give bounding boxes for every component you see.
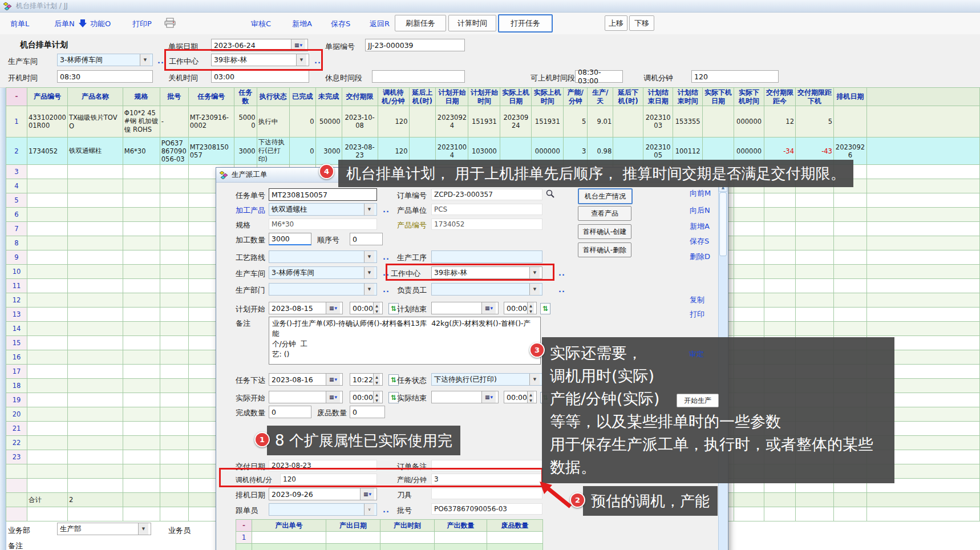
column-header[interactable]: 批号 [160, 88, 188, 106]
prev-doc-link[interactable]: 前单L [10, 19, 29, 29]
grid-cell[interactable] [67, 179, 123, 193]
grid-cell[interactable] [866, 222, 979, 236]
grid-cell[interactable] [734, 322, 764, 336]
grid-cell[interactable] [160, 407, 188, 422]
done-qty-input[interactable]: 0 [269, 406, 311, 418]
calc-time-button[interactable]: 计算时间 [448, 15, 496, 31]
grid-cell[interactable]: 50000 [315, 106, 342, 138]
save-link[interactable]: 保存S [331, 19, 350, 29]
grid-cell[interactable] [123, 265, 160, 279]
column-header[interactable] [866, 88, 979, 106]
grid-cell[interactable] [160, 379, 188, 393]
grid-cell[interactable] [764, 322, 796, 336]
grid-cell[interactable] [796, 193, 834, 208]
grid-cell[interactable] [67, 308, 123, 322]
actual-start-date[interactable]: ▦▾ [269, 391, 343, 403]
grid-cell[interactable]: 5 [796, 106, 834, 138]
grid-cell[interactable] [67, 293, 123, 308]
chevron-down-icon[interactable]: ▼ [138, 523, 148, 535]
grid-cell[interactable] [123, 179, 160, 193]
grid-cell[interactable] [866, 279, 979, 293]
grid-cell[interactable] [734, 250, 764, 265]
output-column-header[interactable]: 废品数量 [487, 520, 543, 532]
output-column-header[interactable]: - [236, 520, 252, 532]
grid-cell[interactable] [67, 422, 123, 436]
follower-lookup-dots[interactable]: .. [383, 505, 390, 514]
grid-cell[interactable] [833, 208, 866, 222]
grid-cell[interactable] [67, 379, 123, 393]
grid-cell[interactable] [27, 193, 67, 208]
grid-cell[interactable]: 1 [6, 106, 27, 138]
grid-cell[interactable] [833, 236, 866, 250]
move-down-button[interactable]: 下移 [629, 15, 654, 31]
grid-cell[interactable] [123, 464, 160, 479]
output-cell[interactable]: 1 [236, 532, 252, 544]
grid-cell[interactable] [796, 308, 834, 322]
grid-cell[interactable] [27, 236, 67, 250]
printer-icon[interactable] [164, 18, 176, 28]
plan-end-date[interactable]: ▦▾ [431, 302, 499, 314]
grid-cell[interactable] [734, 507, 764, 521]
grid-cell[interactable] [27, 450, 67, 464]
output-column-header[interactable]: 产出日期 [326, 520, 380, 532]
audit-confirm-link[interactable]: 审定 [689, 349, 704, 359]
grid-cell[interactable] [866, 250, 979, 265]
grid-cell[interactable] [27, 279, 67, 293]
grid-cell[interactable] [123, 422, 160, 436]
grid-cell[interactable]: 7 [6, 222, 27, 236]
grid-cell[interactable]: 20230924 [436, 106, 468, 138]
grid-cell[interactable]: 14 [6, 322, 27, 336]
task-status-select[interactable]: 下达待执行(已打印) ▼ [431, 373, 542, 386]
refresh-task-button[interactable]: 刷新任务 [395, 15, 446, 31]
machine-status-button[interactable]: 机台生产情况 [578, 188, 633, 204]
grid-cell[interactable] [796, 208, 834, 222]
grid-cell[interactable] [833, 222, 866, 236]
grid-cell[interactable] [833, 106, 866, 138]
start-production-button[interactable]: 开始生产 [677, 394, 719, 407]
column-header[interactable]: 计划开始日期 [436, 88, 468, 106]
grid-cell[interactable] [67, 279, 123, 293]
grid-cell[interactable] [6, 493, 27, 507]
route-lookup-dots[interactable]: .. [383, 253, 390, 261]
grid-cell[interactable] [833, 250, 866, 265]
grid-cell[interactable]: 16 [6, 350, 27, 365]
move-up-button[interactable]: 上移 [605, 15, 627, 31]
grid-cell[interactable] [160, 222, 188, 236]
output-grid[interactable]: -产出单号产出日期产出时刻产出数量废品数量1 [236, 519, 543, 550]
chevron-down-icon[interactable]: ▼ [296, 54, 306, 66]
grid-cell[interactable] [123, 250, 160, 265]
grid-cell[interactable]: 4 [6, 179, 27, 193]
work-center-select[interactable]: 39非标-林 ▼ [211, 54, 309, 66]
grid-cell[interactable] [833, 322, 866, 336]
grid-cell[interactable]: 22 [6, 436, 27, 450]
grid-cell[interactable]: 23 [6, 450, 27, 464]
grid-cell[interactable] [160, 265, 188, 279]
grid-cell[interactable] [27, 322, 67, 336]
column-header[interactable]: 延后下机(时) [613, 88, 643, 106]
grid-cell[interactable] [27, 336, 67, 350]
grid-cell[interactable] [160, 165, 188, 179]
grid-cell[interactable] [764, 493, 796, 507]
dlg-print-link[interactable]: 打印 [690, 309, 704, 320]
dlg-work-center-select[interactable]: 39非标-林 ▼ [431, 266, 542, 279]
grid-cell[interactable]: 15 [6, 336, 27, 350]
functions-link[interactable]: 功能O [90, 19, 111, 29]
start-time-input[interactable]: 08:30 [57, 70, 153, 83]
grid-cell[interactable] [67, 479, 123, 493]
actual-end-date[interactable]: ▦▾ [431, 391, 499, 403]
first-sample-create-button[interactable]: 首样确认-创建 [578, 224, 631, 239]
grid-cell[interactable]: 12 [764, 106, 796, 138]
grid-cell[interactable] [67, 365, 123, 379]
grid-cell[interactable]: 9.01 [588, 106, 613, 138]
grid-cell[interactable] [833, 279, 866, 293]
grid-cell[interactable] [796, 322, 834, 336]
grid-cell[interactable] [6, 464, 27, 479]
grid-cell[interactable]: 18 [6, 379, 27, 393]
grid-cell[interactable] [160, 193, 188, 208]
grid-cell[interactable] [27, 393, 67, 407]
grid-cell[interactable] [27, 293, 67, 308]
grid-cell[interactable] [796, 265, 834, 279]
grid-cell[interactable]: 0 [289, 106, 315, 138]
grid-cell[interactable] [27, 422, 67, 436]
grid-cell[interactable] [734, 208, 764, 222]
